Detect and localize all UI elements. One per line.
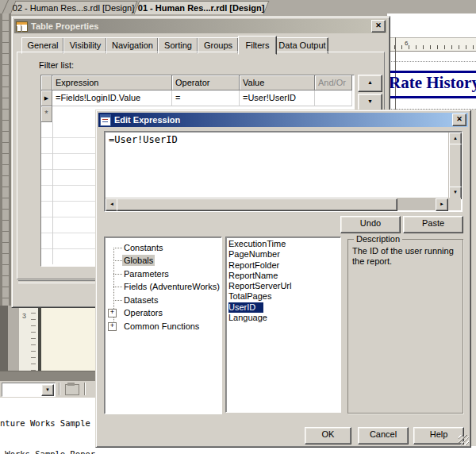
report-gridline xyxy=(387,61,476,62)
tree-item-constants[interactable]: Constants xyxy=(124,242,163,253)
move-down-button[interactable]: ▼ xyxy=(358,94,382,111)
tree-connector xyxy=(113,260,122,262)
member-reportfolder[interactable]: ReportFolder xyxy=(228,260,340,271)
dialog-title: Table Properties xyxy=(31,21,98,31)
paste-button[interactable]: Paste xyxy=(403,216,463,233)
undo-button[interactable]: Undo xyxy=(340,216,401,233)
grid-column-line xyxy=(52,122,53,264)
tree-item-parameters[interactable]: Parameters xyxy=(124,268,169,279)
tree-item-operators[interactable]: Operators xyxy=(124,307,163,318)
design-page-margin xyxy=(41,306,95,371)
vertical-scroll-thumb[interactable] xyxy=(449,144,462,190)
description-groupbox: Description The ID of the user running t… xyxy=(347,239,463,414)
tree-item-datasets[interactable]: Datasets xyxy=(124,294,158,306)
current-row-indicator: ▶ xyxy=(41,90,52,106)
expression-icon xyxy=(100,114,111,126)
member-executiontime[interactable]: ExecutionTime xyxy=(228,239,340,249)
globals-member-list[interactable]: ExecutionTime PageNumber ReportFolder Re… xyxy=(225,237,341,413)
column-header-operator[interactable]: Operator xyxy=(172,75,240,90)
member-totalpages[interactable]: TotalPages xyxy=(228,291,340,302)
output-line: nture Works Sample xyxy=(0,418,95,429)
tree-connector xyxy=(113,248,122,249)
pane-splitter[interactable] xyxy=(0,371,95,382)
close-icon[interactable]: ✕ xyxy=(452,114,466,126)
description-text: The ID of the user running the report. xyxy=(352,246,460,267)
member-reportname[interactable]: ReportName xyxy=(228,271,340,281)
filter-expression-cell[interactable]: =Fields!LoginID.Value xyxy=(52,90,172,106)
tree-item-common-functions[interactable]: Common Functions xyxy=(124,321,199,332)
filter-value-cell[interactable]: =User!UserID xyxy=(240,90,315,106)
table-properties-titlebar[interactable]: Table Properties ✕ xyxy=(14,19,387,33)
window-edge xyxy=(0,306,8,371)
output-pane-toolbar: ▼ xyxy=(0,381,95,398)
grid-corner-cell xyxy=(41,75,52,90)
ruler-number: 3 xyxy=(22,312,26,320)
vertical-scrollbar[interactable]: ▲ ▼ xyxy=(448,133,461,199)
column-header-andor[interactable]: And/Or xyxy=(315,75,352,90)
toolbar-separator xyxy=(84,383,85,395)
expression-text: =User!UserID xyxy=(109,134,178,145)
ok-button[interactable]: OK xyxy=(305,427,351,444)
down-arrow-icon: ▼ xyxy=(359,94,382,109)
up-arrow-icon: ▲ xyxy=(359,75,382,90)
bottom-left-region: 3 ▼ nture Works Sample Works Sample Repo… xyxy=(0,306,95,454)
vertical-ruler-ticks xyxy=(31,306,36,371)
close-icon[interactable]: ✕ xyxy=(371,20,386,33)
cancel-button[interactable]: Cancel xyxy=(358,427,409,444)
move-up-button[interactable]: ▲ xyxy=(358,75,382,92)
edit-expression-dialog: Edit Expression ✕ =User!UserID ▲ ▼ ◄ ► U… xyxy=(95,110,471,448)
horizontal-scroll-thumb[interactable] xyxy=(117,198,397,211)
filter-list-label: Filter list: xyxy=(39,60,74,70)
filter-andor-cell[interactable] xyxy=(315,90,352,106)
member-reportserverurl[interactable]: ReportServerUrl xyxy=(228,281,340,291)
output-source-combobox[interactable]: ▼ xyxy=(2,383,56,397)
scroll-right-icon[interactable]: ► xyxy=(436,198,448,211)
output-line: Works Sample Repor xyxy=(0,449,95,454)
report-table-border-bottom xyxy=(387,96,476,98)
filter-operator-cell[interactable]: = xyxy=(172,90,240,106)
tree-connector xyxy=(113,287,122,288)
horizontal-ruler: 6 xyxy=(387,37,476,52)
expression-category-tree[interactable]: Constants Globals Parameters Fields (Adv… xyxy=(104,237,222,414)
tree-connector xyxy=(113,274,122,275)
screen: 02 - Human Res...s.rdl [Design] 01 - Hum… xyxy=(0,0,476,454)
horizontal-ruler-ticks xyxy=(387,45,476,49)
toolbar-separator xyxy=(59,383,60,395)
vertical-ruler: 3 xyxy=(19,306,38,371)
tree-item-fields[interactable]: Fields (AdventureWorks) xyxy=(124,281,220,292)
edit-expression-titlebar[interactable]: Edit Expression ✕ xyxy=(98,113,468,127)
report-heading: Rate History xyxy=(389,73,476,93)
tree-connector xyxy=(113,300,122,302)
help-button[interactable]: Help xyxy=(413,427,464,444)
dialog-title: Edit Expression xyxy=(114,115,180,125)
member-language[interactable]: Language xyxy=(228,313,340,323)
member-userid[interactable]: UserID xyxy=(228,302,340,313)
table-icon xyxy=(16,21,28,32)
scrollbar-corner xyxy=(448,198,461,210)
horizontal-scrollbar[interactable]: ◄ ► xyxy=(106,198,448,210)
expand-icon[interactable]: + xyxy=(108,309,117,317)
expand-icon[interactable]: + xyxy=(108,322,117,331)
resize-grip[interactable] xyxy=(459,435,469,445)
expression-textarea[interactable]: =User!UserID ▲ ▼ ◄ ► xyxy=(104,131,463,212)
doc-tab-02[interactable]: 02 - Human Res...s.rdl [Design] xyxy=(10,1,138,14)
new-row-indicator: * xyxy=(41,106,52,122)
tree-item-globals[interactable]: Globals xyxy=(122,255,155,266)
column-header-expression[interactable]: Expression xyxy=(52,75,172,90)
doc-tab-01[interactable]: 01 - Human Res...r.rdl [Design] xyxy=(134,1,270,14)
tab-filters[interactable]: Filters xyxy=(238,36,277,55)
column-header-value[interactable]: Value xyxy=(240,75,315,90)
member-pagenumber[interactable]: PageNumber xyxy=(228,249,340,260)
chevron-down-icon[interactable]: ▼ xyxy=(41,384,54,396)
description-legend: Description xyxy=(354,234,402,244)
printer-icon[interactable] xyxy=(65,384,79,395)
scroll-gutter xyxy=(8,306,19,371)
output-log[interactable]: nture Works Sample Works Sample Repor Wo… xyxy=(0,398,95,454)
